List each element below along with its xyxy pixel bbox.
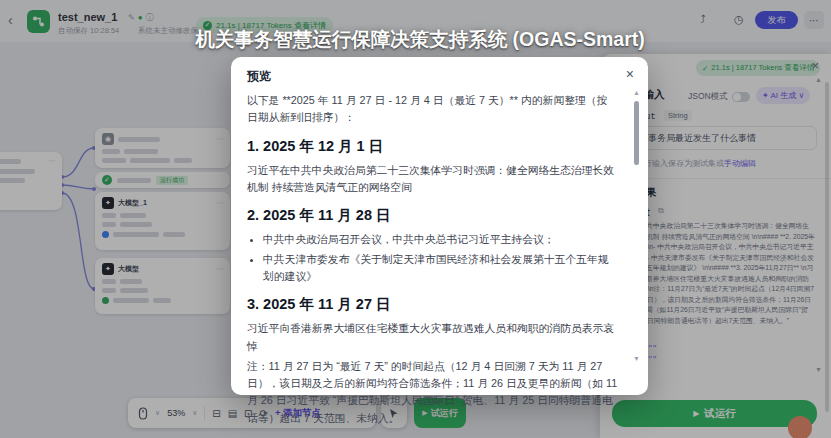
news-paragraph: 习近平在中共中央政治局第二十三次集体学习时强调：健全网络生态治理长效机制 持续营… [247,162,618,197]
scroll-down-icon[interactable]: ▼ [633,355,640,362]
modal-scrollbar-thumb[interactable] [634,101,639,165]
app-screen: ‹ test_new_1 ✎●ⓘ 自动保存 10:28:54 系统未主动修改保存… [0,0,831,438]
news-bullet-list: 中共中央政治局召开会议，中共中央总书记习近平主持会议； 中共天津市委发布《关于制… [263,231,618,285]
modal-title: 预览 [247,68,271,85]
system-title-watermark: 机关事务智慧运行保障决策支持系统 (OGAS-Smart) [160,26,680,53]
news-bullet: 中共天津市委发布《关于制定天津市国民经济和社会发展第十五个五年规划的建议》 [263,251,618,286]
preview-modal: 预览 × 以下是 **2025 年 11 月 27 日 - 12 月 4 日（最… [231,57,648,395]
news-date-heading: 2. 2025 年 11 月 28 日 [247,204,618,227]
news-range-intro: 以下是 **2025 年 11 月 27 日 - 12 月 4 日（最近 7 天… [247,92,618,127]
modal-body[interactable]: 以下是 **2025 年 11 月 27 日 - 12 月 4 日（最近 7 天… [247,92,618,427]
news-paragraph: 习近平向香港新界大埔区住宅楼重大火灾事故遇难人员和殉职的消防员表示哀悼 [247,320,618,355]
news-date-heading: 3. 2025 年 11 月 27 日 [247,293,618,316]
news-note: 注：11 月 27 日为 “最近 7 天” 的时间起点（12 月 4 日回溯 7… [247,358,618,427]
news-bullet: 中共中央政治局召开会议，中共中央总书记习近平主持会议； [263,231,618,248]
news-date-heading: 1. 2025 年 12 月 1 日 [247,135,618,158]
scroll-up-icon[interactable]: ▲ [633,89,640,96]
close-icon[interactable]: × [626,66,634,82]
